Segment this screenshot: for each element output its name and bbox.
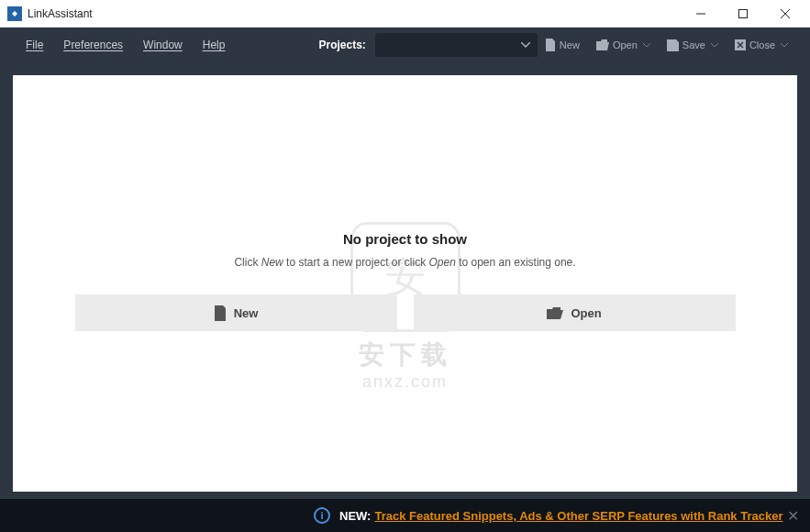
empty-title: No project to show <box>13 231 797 247</box>
big-open-button[interactable]: Open <box>414 294 736 331</box>
open-button[interactable]: Open <box>591 36 656 54</box>
save-icon <box>667 39 679 51</box>
save-button[interactable]: Save <box>661 36 724 54</box>
chevron-down-icon <box>521 42 530 48</box>
close-button[interactable] <box>764 0 806 28</box>
app-title: LinkAssistant <box>28 7 93 20</box>
menu-preferences[interactable]: Preferences <box>54 35 132 55</box>
projects-label: Projects: <box>318 39 372 51</box>
close-label: Close <box>749 39 775 50</box>
close-square-icon <box>735 39 746 50</box>
new-button[interactable]: New <box>539 36 585 54</box>
notification-link[interactable]: Track Featured Snippets, Ads & Other SER… <box>374 509 782 523</box>
chevron-down-icon <box>711 43 718 48</box>
chevron-down-icon <box>643 43 650 48</box>
save-label: Save <box>682 39 705 50</box>
workspace: 安 安下载 anxz.com No project to show Click … <box>0 62 810 499</box>
info-icon: i <box>314 507 330 524</box>
close-project-button[interactable]: Close <box>729 36 793 54</box>
canvas: 安 安下载 anxz.com No project to show Click … <box>13 75 797 492</box>
titlebar: LinkAssistant <box>0 0 810 28</box>
new-label: New <box>560 39 580 50</box>
menu-file[interactable]: File <box>17 35 52 55</box>
menubar: File Preferences Window Help Projects: N… <box>0 28 810 62</box>
file-icon <box>545 39 556 51</box>
window-controls <box>680 0 806 28</box>
empty-state: No project to show Click New to start a … <box>13 231 797 331</box>
notification-bar: i NEW: Track Featured Snippets, Ads & Ot… <box>0 499 810 532</box>
maximize-button[interactable] <box>722 0 764 28</box>
projects-dropdown[interactable] <box>375 33 538 57</box>
big-new-label: New <box>234 306 259 320</box>
app-icon <box>7 6 22 21</box>
menu-help[interactable]: Help <box>194 35 235 55</box>
empty-subtitle: Click New to start a new project or clic… <box>13 256 797 269</box>
folder-open-icon <box>547 306 563 319</box>
folder-open-icon <box>596 39 609 50</box>
svg-rect-2 <box>739 9 748 17</box>
minimize-button[interactable] <box>680 0 722 28</box>
menu-window[interactable]: Window <box>134 35 192 55</box>
file-icon <box>214 305 227 321</box>
open-label: Open <box>613 39 638 50</box>
big-open-label: Open <box>571 306 601 320</box>
chevron-down-icon <box>781 43 788 48</box>
new-badge: NEW: <box>339 509 371 523</box>
big-new-button[interactable]: New <box>75 294 397 331</box>
dismiss-notification-button[interactable]: ✕ <box>787 507 799 525</box>
